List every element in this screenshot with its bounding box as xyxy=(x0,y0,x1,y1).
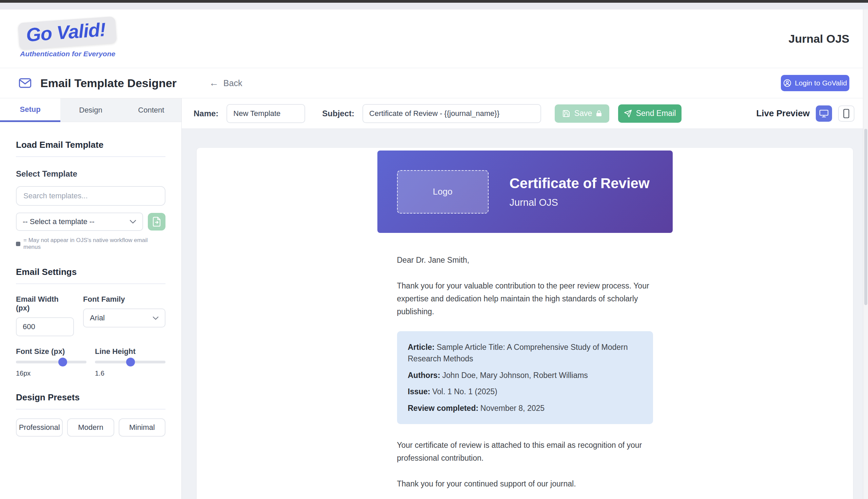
email-width-label: Email Width (px) xyxy=(16,295,74,313)
brand-plaque: Go Valid! xyxy=(18,16,117,50)
page-title: Email Template Designer xyxy=(40,77,177,90)
brand-text: Go Valid! xyxy=(25,19,107,46)
tab-setup[interactable]: Setup xyxy=(0,98,60,122)
font-size-slider[interactable] xyxy=(16,361,86,363)
send-icon xyxy=(624,109,632,118)
template-name-input[interactable] xyxy=(227,104,305,123)
info-row-issue: Issue:Vol. 1 No. 1 (2025) xyxy=(408,386,642,398)
line-height-label: Line Height xyxy=(95,347,166,356)
back-label: Back xyxy=(223,78,242,88)
load-template-button[interactable] xyxy=(148,213,166,231)
page-scrollbar[interactable] xyxy=(863,10,868,499)
font-family-value: Arial xyxy=(90,314,105,322)
font-size-label: Font Size (px) xyxy=(16,347,86,356)
info-row-review-completed: Review completed:November 8, 2025 xyxy=(408,402,642,414)
brand-header: Go Valid! Authentication for Everyone Ju… xyxy=(0,10,868,68)
email-preview-card: Logo Certificate of Review Jurnal OJS De… xyxy=(197,148,853,499)
live-preview-label: Live Preview xyxy=(756,108,810,119)
legend-square-icon xyxy=(16,242,20,246)
load-template-heading: Load Email Template xyxy=(16,140,166,157)
template-note: = May not appear in OJS's native workflo… xyxy=(16,237,166,251)
main-area: Name: Subject: Save xyxy=(182,98,868,499)
template-note-text: = May not appear in OJS's native workflo… xyxy=(23,237,166,251)
browser-chrome-band xyxy=(0,3,868,10)
send-email-button[interactable]: Send Email xyxy=(618,105,682,123)
template-toolbar: Name: Subject: Save xyxy=(182,98,868,129)
lock-icon xyxy=(596,110,602,117)
journal-name: Jurnal OJS xyxy=(788,32,849,46)
email-header-banner: Logo Certificate of Review Jurnal OJS xyxy=(377,150,673,233)
email-paragraph: Your certificate of review is attached t… xyxy=(397,439,653,465)
name-label: Name: xyxy=(194,109,218,118)
preset-modern-button[interactable]: Modern xyxy=(67,418,114,437)
desktop-preview-button[interactable] xyxy=(816,106,832,122)
font-family-label: Font Family xyxy=(83,295,166,304)
user-icon xyxy=(783,79,791,87)
save-label: Save xyxy=(574,109,592,118)
mobile-preview-button[interactable] xyxy=(838,106,854,122)
line-height-slider-thumb[interactable] xyxy=(126,358,135,366)
email-settings-heading: Email Settings xyxy=(16,267,166,284)
line-height-slider[interactable] xyxy=(95,361,166,363)
login-label: Login to GoValid xyxy=(795,79,847,87)
template-select[interactable]: -- Select a template -- xyxy=(16,212,143,231)
back-arrow-icon: ← xyxy=(209,78,219,88)
preset-minimal-button[interactable]: Minimal xyxy=(119,418,166,437)
tab-design[interactable]: Design xyxy=(60,98,121,122)
email-logo-placeholder[interactable]: Logo xyxy=(397,170,489,214)
template-select-value: -- Select a template -- xyxy=(23,217,95,226)
email-paragraph: Thank you for your valuable contribution… xyxy=(397,280,653,318)
email-body: Dear Dr. Jane Smith, Thank you for your … xyxy=(377,233,673,499)
browser-top-strip xyxy=(0,0,868,3)
preview-area: Logo Certificate of Review Jurnal OJS De… xyxy=(182,129,868,499)
email-title: Certificate of Review xyxy=(510,175,650,192)
email-subtitle: Jurnal OJS xyxy=(510,197,650,208)
info-row-authors: Authors:John Doe, Mary Johnson, Robert W… xyxy=(408,369,642,381)
font-size-slider-thumb[interactable] xyxy=(58,358,67,366)
template-subject-input[interactable] xyxy=(363,104,541,123)
file-import-icon xyxy=(152,217,161,227)
brand-tagline: Authentication for Everyone xyxy=(20,50,116,58)
chevron-down-icon xyxy=(152,316,159,320)
sidebar: Setup Design Content Load Email Template… xyxy=(0,98,182,499)
tab-content[interactable]: Content xyxy=(121,98,181,122)
font-family-select[interactable]: Arial xyxy=(83,308,166,328)
sidebar-tabs: Setup Design Content xyxy=(0,98,181,122)
preset-professional-button[interactable]: Professional xyxy=(16,418,63,437)
design-presets-heading: Design Presets xyxy=(16,392,166,410)
brand-logo: Go Valid! Authentication for Everyone xyxy=(19,20,116,58)
mobile-icon xyxy=(843,109,849,118)
save-button[interactable]: Save xyxy=(555,105,609,123)
desktop-icon xyxy=(819,109,829,118)
select-template-label: Select Template xyxy=(16,169,166,179)
save-icon xyxy=(562,109,570,118)
subject-label: Subject: xyxy=(322,109,354,118)
line-height-value: 1.6 xyxy=(95,369,166,377)
login-button[interactable]: Login to GoValid xyxy=(781,75,849,91)
send-email-label: Send Email xyxy=(636,109,676,118)
info-row-article: Article:Sample Article Title: A Comprehe… xyxy=(408,341,642,365)
page-header: Email Template Designer ← Back Login to … xyxy=(0,68,868,98)
email-greeting: Dear Dr. Jane Smith, xyxy=(397,254,653,267)
email-frame: Logo Certificate of Review Jurnal OJS De… xyxy=(377,148,673,499)
template-search-input[interactable] xyxy=(16,186,166,206)
sidebar-content: Load Email Template Select Template -- S… xyxy=(0,122,181,499)
chevron-down-icon xyxy=(130,220,136,224)
email-width-input[interactable] xyxy=(16,317,74,336)
article-info-box: Article:Sample Article Title: A Comprehe… xyxy=(397,331,653,424)
app-window: Go Valid! Authentication for Everyone Ju… xyxy=(0,0,868,499)
font-size-value: 16px xyxy=(16,369,86,377)
email-paragraph: Thank you for your continued support of … xyxy=(397,478,653,490)
scrollbar-thumb[interactable] xyxy=(864,129,867,305)
mail-icon xyxy=(19,78,32,88)
back-button[interactable]: ← Back xyxy=(209,78,242,88)
